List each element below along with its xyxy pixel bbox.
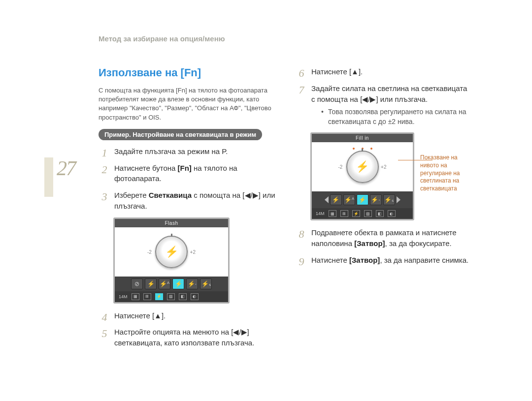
fn-key: [Fn] (178, 164, 192, 172)
footer-icon: ▨ (167, 293, 175, 300)
lcd-body: ⚡ -2 +2 (312, 142, 413, 191)
option-strip: ⚡ ⚡ᴬ ⚡ ⚡· ⚡ₛ (312, 191, 413, 208)
arrow-left-icon (325, 196, 329, 203)
step-text: Изберете (114, 191, 149, 199)
right-column: 6Натиснете [▲]. 7 Задайте силата на свет… (296, 66, 473, 354)
step-5: 5Настройте опцията на менюто на [◀/▶] св… (99, 327, 276, 348)
footer-icon: ⚡ (352, 210, 360, 217)
lcd-screenshot-fillin: Fill in ⚡ -2 +2 ⚡ ⚡ᴬ ⚡ ⚡· ⚡ₛ (310, 132, 414, 220)
flash-icon: ⚡ (356, 160, 369, 173)
lcd-body: ⚡ -2 +2 (115, 227, 228, 277)
side-tab (44, 157, 53, 197)
dial: ⚡ -2 +2 (155, 236, 188, 268)
dial-dots (353, 148, 372, 150)
strip-item-selected: ⚡ (172, 278, 184, 289)
strip-item: ⚡ₛ (383, 194, 395, 205)
strip-item: ⚡ (145, 278, 157, 289)
strip-item: ⚡ᴬ (343, 194, 355, 205)
footer-icon: ⊞ (143, 293, 151, 300)
dial: ⚡ -2 +2 (346, 151, 379, 183)
step-text: Задайте плъзгача за режим на P. (114, 147, 228, 155)
step-3: 3 Изберете Светкавица с помощта на [◀/▶]… (99, 190, 276, 212)
footer-icon: ▦ (329, 210, 336, 217)
lcd-footer: 14M ▦ ⊞ ⚡ ▨ ◧ ◐ (115, 291, 228, 302)
strip-item: ⚡· (186, 278, 198, 289)
steps-list-right: 6Натиснете [▲]. 7 Задайте силата на свет… (296, 66, 473, 126)
strip-item-selected: ⚡ (357, 194, 368, 205)
steps-list-right-2: 8 Подравнете обекта в рамката и натиснет… (296, 227, 473, 265)
dial-minus: -2 (338, 164, 343, 170)
lcd-annotated: Fill in ⚡ -2 +2 ⚡ ⚡ᴬ ⚡ ⚡· ⚡ₛ (310, 132, 473, 220)
steps-list-left: 1Задайте плъзгача за режим на P. 2 Натис… (99, 146, 276, 212)
content-columns: Използване на [Fn] С помощта на функцият… (99, 66, 473, 354)
footer-icon: ▦ (132, 293, 139, 300)
sub-bullet: Това позволява регулирането на силата на… (321, 107, 473, 126)
left-column: Използване на [Fn] С помощта на функцият… (99, 66, 276, 354)
lcd-title: Fill in (312, 134, 413, 142)
strip-item: ⚡· (370, 194, 382, 205)
lcd-footer: 14M ▦ ⊞ ⚡ ▨ ◧ ◐ (312, 208, 413, 219)
step-7: 7 Задайте силата на светлина на светкави… (296, 83, 473, 127)
footer-icon-selected: ⚡ (155, 293, 163, 300)
step-7-sub: Това позволява регулирането на силата на… (311, 107, 473, 126)
option-strip: ⊘ ⚡ ⚡ᴬ ⚡ ⚡· ⚡ₛ (115, 277, 228, 291)
flash-icon: ⚡ (165, 246, 178, 258)
footer-14m: 14M (316, 211, 325, 216)
step-text: , за да направите снимка. (380, 256, 468, 264)
step-6: 6Натиснете [▲]. (296, 66, 473, 77)
intro-text: С помощта на функцията [Fn] на тялото на… (99, 86, 276, 122)
page-header: Метод за избиране на опция/меню (99, 34, 225, 43)
step-9: 9 Натиснете [Затвор], за да направите сн… (296, 255, 473, 266)
footer-icon: ⊞ (340, 210, 348, 217)
lcd-title: Flash (115, 219, 228, 227)
strip-item: ⚡ (330, 194, 342, 205)
step-text: Натиснете бутона (114, 164, 178, 172)
dial-plus: +2 (190, 249, 196, 255)
footer-icon: ◧ (179, 293, 187, 300)
dial-minus: -2 (147, 249, 152, 255)
step-4: 4Натиснете [▲]. (99, 310, 276, 321)
step-text: Задайте силата на светлина на светкавица… (311, 84, 467, 103)
example-label: Пример. Настройване на светкавицата в ре… (99, 129, 262, 140)
lcd-screenshot-flash: Flash ⚡ -2 +2 ⊘ ⚡ ⚡ᴬ ⚡ ⚡· ⚡ₛ 14M ▦ ⊞ (113, 217, 230, 304)
shutter-key: [Затвор] (354, 239, 385, 247)
strip-item: ⚡ₛ (200, 278, 212, 289)
section-title: Използване на [Fn] (99, 66, 276, 79)
step-1: 1Задайте плъзгача за режим на P. (99, 146, 276, 157)
arrow-right-icon (397, 196, 400, 203)
step-text: Натиснете (311, 256, 349, 264)
footer-icon: ▨ (364, 210, 372, 217)
step-text: , за да фокусирате. (385, 239, 452, 247)
strip-item: ⊘ (131, 278, 143, 289)
shutter-key: [Затвор] (349, 256, 380, 264)
footer-14m: 14M (119, 294, 128, 299)
footer-icon: ◧ (376, 210, 384, 217)
dial-plus: +2 (381, 164, 386, 170)
footer-icon: ◐ (191, 293, 199, 300)
steps-list-left-2: 4Натиснете [▲]. 5Настройте опцията на ме… (99, 310, 276, 348)
step-text: Натиснете [▲]. (114, 311, 166, 320)
strip-item: ⚡ᴬ (159, 278, 170, 289)
footer-icon: ◐ (388, 210, 396, 217)
step-8: 8 Подравнете обекта в рамката и натиснет… (296, 227, 473, 249)
step-text: Настройте опцията на менюто на [◀/▶] све… (114, 328, 254, 347)
step-text: Натиснете [▲]. (311, 67, 363, 76)
flash-bold: Светкавица (149, 191, 192, 199)
page-number: 27 (57, 156, 75, 180)
annotation-leader-line (398, 160, 432, 160)
step-2: 2 Натиснете бутона [Fn] на тялото на фот… (99, 163, 276, 185)
